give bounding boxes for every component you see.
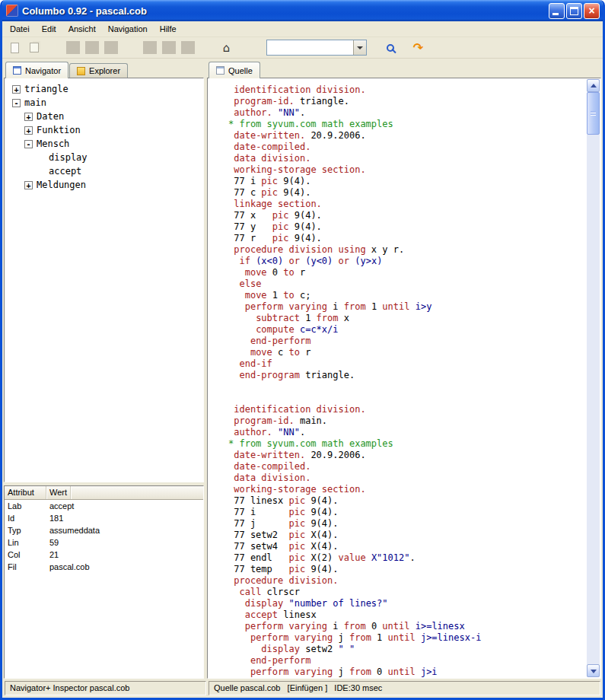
code-token [228, 621, 245, 632]
tree-item-Funktion[interactable]: +Funktion [5, 123, 203, 137]
tree-label: main [24, 97, 46, 108]
titlebar: Columbo 0.92 - pascal.cob × [2, 0, 603, 21]
attr-header-attribut[interactable]: Attribut [5, 486, 46, 499]
toolbar-combobox[interactable] [266, 40, 367, 56]
tree-item-display[interactable]: display [5, 151, 203, 164]
code-token: 20.9.2006. [305, 130, 365, 141]
toolbar-button-search[interactable] [381, 39, 400, 57]
code-token [228, 301, 245, 312]
attr-name: Fil [5, 562, 46, 571]
scroll-up-button[interactable] [587, 79, 600, 92]
code-token: display [261, 644, 300, 654]
tree-item-triangle[interactable]: +triangle [5, 82, 203, 96]
code-line: end-if [228, 358, 586, 370]
code-token: if [239, 256, 250, 266]
toolbar-button-disabled-3[interactable] [101, 39, 120, 57]
code-token: value [339, 552, 366, 563]
navigator-tree-panel[interactable]: +triangle-main+Daten+Funktion-Menschdisp… [4, 78, 204, 482]
home-icon: ⌂ [223, 41, 231, 55]
code-token: pic [288, 507, 305, 517]
code-token [366, 552, 371, 563]
code-line: accept linesx [228, 609, 586, 621]
tree-item-Meldungen[interactable]: +Meldungen [5, 178, 203, 192]
code-token: 9(4). [278, 187, 310, 198]
code-line: 77 setw4 pic X(4). [228, 541, 586, 552]
tab-quelle[interactable]: Quelle [209, 62, 260, 78]
toolbar-button-disabled-4[interactable] [140, 39, 159, 57]
code-token: "NN" [278, 427, 300, 438]
toolbar-button-copy[interactable] [24, 39, 43, 57]
code-token: c [272, 347, 289, 358]
code-token: pic [288, 541, 305, 552]
code-token: perform varying [250, 632, 333, 643]
maximize-button[interactable] [566, 3, 582, 19]
toolbar: ⌂ ↷ [2, 37, 603, 59]
expand-icon[interactable]: + [24, 181, 33, 189]
tab-navigator[interactable]: Navigator [5, 62, 68, 78]
code-token [228, 644, 261, 654]
code-token: 77 linesx [228, 495, 288, 506]
code-token: pic [261, 187, 278, 198]
source-code-panel[interactable]: identification division. program-id. tri… [207, 78, 601, 679]
tree-label: Daten [37, 111, 64, 122]
tree-item-Mensch[interactable]: -Mensch [5, 137, 203, 151]
code-token: date-written. [234, 130, 305, 141]
code-line: identification division. [228, 84, 586, 96]
tree-item-main[interactable]: -main [5, 96, 203, 110]
collapse-icon[interactable]: - [24, 140, 33, 148]
code-token: 77 y [228, 221, 272, 232]
statusbar: Navigator+ Inspector pascal.cob Quelle p… [2, 679, 603, 698]
expand-icon[interactable]: + [12, 85, 21, 94]
expand-icon[interactable]: + [24, 113, 33, 121]
tree-label: display [49, 152, 88, 163]
toolbar-button-disabled-2[interactable] [82, 39, 101, 57]
tree-item-Daten[interactable]: +Daten [5, 110, 203, 123]
code-token: * from syvum.com math examples [228, 119, 393, 129]
menu-item-datei[interactable]: Datei [4, 22, 36, 36]
tab-explorer[interactable]: Explorer [69, 63, 128, 78]
code-token: until [388, 667, 416, 677]
toolbar-button-new[interactable] [5, 39, 24, 57]
code-token: date-written. [234, 450, 305, 460]
thumb-grip [591, 111, 596, 112]
quelle-tab-icon [216, 66, 224, 75]
code-token: 1 [366, 301, 383, 312]
code-token: triangle. [295, 96, 349, 107]
window-title: Columbo 0.92 - pascal.cob [18, 5, 547, 17]
attr-row-typ: Typassumeddata [5, 524, 203, 536]
code-line: program-id. main. [228, 415, 586, 427]
collapse-icon[interactable]: - [12, 99, 21, 107]
code-token: from [344, 621, 366, 632]
combobox-dropdown-button[interactable] [353, 40, 366, 55]
code-token: perform varying [245, 301, 327, 312]
toolbar-button-disabled-6[interactable] [178, 39, 197, 57]
scrollbar-thumb[interactable] [587, 92, 600, 135]
code-token: 77 setw4 [228, 541, 288, 552]
code-token: 0 [371, 667, 388, 677]
toolbar-button-home[interactable]: ⌂ [217, 39, 236, 57]
minimize-button[interactable] [549, 3, 565, 19]
menu-item-navigation[interactable]: Navigation [102, 22, 154, 36]
toolbar-button-disabled-5[interactable] [159, 39, 178, 57]
code-token: accept [245, 609, 278, 620]
scroll-down-button[interactable] [587, 664, 600, 677]
menu-item-edit[interactable]: Edit [36, 22, 62, 36]
code-line: subtract 1 from x [228, 313, 586, 324]
attr-header-wert[interactable]: Wert [46, 486, 71, 499]
code-token: until [382, 301, 409, 312]
code-token [272, 107, 278, 118]
menu-item-hilfe[interactable]: Hilfe [154, 22, 183, 36]
code-view[interactable]: identification division. program-id. tri… [209, 79, 586, 677]
tree-item-accept[interactable]: accept [5, 164, 203, 178]
code-line: end-perform [228, 336, 586, 347]
menubar: DateiEditAnsichtNavigationHilfe [2, 21, 603, 37]
expand-icon[interactable]: + [24, 126, 33, 135]
code-token: until [388, 632, 416, 643]
tree-label: Mensch [37, 138, 69, 149]
toolbar-button-disabled-1[interactable] [63, 39, 82, 57]
toolbar-button-goto[interactable]: ↷ [409, 39, 428, 57]
close-button[interactable]: × [584, 3, 600, 19]
vertical-scrollbar[interactable] [587, 79, 600, 677]
menu-item-ansicht[interactable]: Ansicht [62, 22, 102, 36]
code-token: from [344, 301, 366, 312]
